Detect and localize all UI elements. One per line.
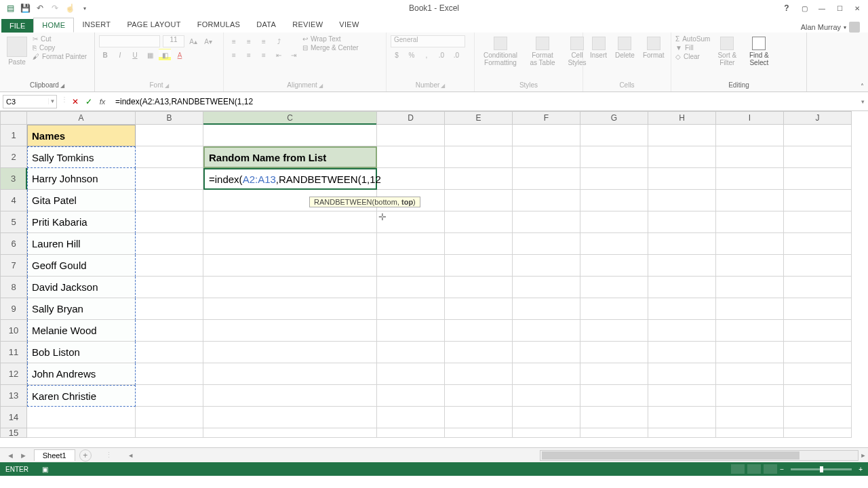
delete-cells-button[interactable]: Delete — [612, 35, 637, 60]
cell-G6[interactable] — [580, 233, 648, 255]
cell-H6[interactable] — [648, 233, 716, 255]
zoom-slider[interactable] — [791, 468, 852, 470]
column-header-H[interactable]: H — [648, 111, 716, 125]
cell-D10[interactable] — [377, 320, 445, 342]
tab-insert[interactable]: INSERT — [74, 18, 119, 33]
collapse-ribbon-icon[interactable]: ˄ — [861, 83, 864, 90]
cut-button[interactable]: ✂Cut — [33, 35, 87, 43]
cell-B5[interactable] — [136, 211, 203, 233]
cell-J14[interactable] — [784, 407, 852, 428]
row-header[interactable]: 4 — [0, 190, 27, 211]
cell-I9[interactable] — [716, 298, 784, 320]
bold-button[interactable]: B — [99, 49, 111, 61]
redo-icon[interactable]: ↷ — [50, 3, 60, 13]
cell-F9[interactable] — [513, 298, 580, 320]
user-account[interactable]: Alan Murray ▾ — [801, 22, 868, 33]
row-header[interactable]: 7 — [0, 255, 27, 277]
cell-C10[interactable] — [203, 320, 377, 342]
cell-G4[interactable] — [580, 190, 648, 211]
cell-C3[interactable]: =index(A2:A13,RANDBETWEEN(1,12 — [203, 168, 377, 190]
row-header[interactable]: 11 — [0, 342, 27, 363]
save-icon[interactable]: 💾 — [20, 3, 30, 13]
cell-G3[interactable] — [580, 168, 648, 190]
enter-formula-button[interactable]: ✓ — [83, 96, 95, 108]
zoom-in-button[interactable]: + — [859, 466, 863, 473]
align-right-icon[interactable]: ≡ — [258, 49, 270, 61]
name-box[interactable]: C3 ▼ — [3, 95, 57, 108]
conditional-formatting-button[interactable]: Conditional Formatting — [479, 35, 522, 68]
cell-H15[interactable] — [648, 428, 716, 438]
align-top-icon[interactable]: ≡ — [228, 35, 240, 47]
cell-H11[interactable] — [648, 342, 716, 363]
cell-E7[interactable] — [445, 255, 513, 277]
comma-icon[interactable]: , — [420, 49, 433, 61]
cell-J3[interactable] — [784, 168, 852, 190]
increase-indent-icon[interactable]: ⇥ — [288, 49, 300, 61]
cell-B14[interactable] — [136, 407, 203, 428]
find-select-button[interactable]: Find & Select — [744, 35, 774, 68]
tab-formulas[interactable]: FORMULAS — [189, 18, 249, 33]
cell-I7[interactable] — [716, 255, 784, 277]
cell-I3[interactable] — [716, 168, 784, 190]
cell-G10[interactable] — [580, 320, 648, 342]
macro-record-icon[interactable]: ▣ — [42, 466, 48, 473]
cell-D7[interactable] — [377, 255, 445, 277]
row-header[interactable]: 10 — [0, 320, 27, 342]
cell-B11[interactable] — [136, 342, 203, 363]
cell-F1[interactable] — [513, 125, 580, 146]
cell-C5[interactable] — [203, 211, 377, 233]
tab-review[interactable]: REVIEW — [284, 18, 331, 33]
tab-data[interactable]: DATA — [248, 18, 284, 33]
row-header[interactable]: 14 — [0, 407, 27, 428]
close-button[interactable]: ✕ — [849, 2, 865, 14]
cell-C12[interactable] — [203, 363, 377, 385]
cell-H9[interactable] — [648, 298, 716, 320]
select-all-corner[interactable] — [0, 111, 27, 125]
cell-E9[interactable] — [445, 298, 513, 320]
cell-D15[interactable] — [377, 428, 445, 438]
row-header[interactable]: 8 — [0, 277, 27, 298]
cell-A12[interactable]: John Andrews — [27, 363, 136, 385]
cell-C15[interactable] — [203, 428, 377, 438]
align-middle-icon[interactable]: ≡ — [243, 35, 255, 47]
cell-F14[interactable] — [513, 407, 580, 428]
cell-G7[interactable] — [580, 255, 648, 277]
cell-D12[interactable] — [377, 363, 445, 385]
underline-button[interactable]: U — [129, 49, 141, 61]
fill-button[interactable]: ▼Fill — [675, 44, 710, 52]
cell-G8[interactable] — [580, 277, 648, 298]
cell-J4[interactable] — [784, 190, 852, 211]
cell-B13[interactable] — [136, 385, 203, 407]
row-header[interactable]: 1 — [0, 125, 27, 146]
cell-A5[interactable]: Priti Kabaria — [27, 211, 136, 233]
row-header[interactable]: 2 — [0, 146, 27, 168]
column-header-G[interactable]: G — [580, 111, 648, 125]
cell-D14[interactable] — [377, 407, 445, 428]
increase-font-icon[interactable]: A▴ — [187, 35, 199, 47]
cell-B4[interactable] — [136, 190, 203, 211]
cell-E11[interactable] — [445, 342, 513, 363]
cell-G14[interactable] — [580, 407, 648, 428]
cell-E4[interactable] — [445, 190, 513, 211]
cell-C9[interactable] — [203, 298, 377, 320]
cell-H7[interactable] — [648, 255, 716, 277]
cell-B8[interactable] — [136, 277, 203, 298]
cell-A4[interactable]: Gita Patel — [27, 190, 136, 211]
hscroll-right-icon[interactable]: ► — [859, 452, 868, 459]
cell-A10[interactable]: Melanie Wood — [27, 320, 136, 342]
orientation-icon[interactable]: ⤴ — [273, 35, 285, 47]
cell-E6[interactable] — [445, 233, 513, 255]
cell-J1[interactable] — [784, 125, 852, 146]
ribbon-display-button[interactable]: ▢ — [796, 2, 812, 14]
cell-A8[interactable]: David Jackson — [27, 277, 136, 298]
cell-B2[interactable] — [136, 146, 203, 168]
cell-A13[interactable]: Karen Christie — [27, 385, 136, 407]
cell-I2[interactable] — [716, 146, 784, 168]
cell-E8[interactable] — [445, 277, 513, 298]
cell-G11[interactable] — [580, 342, 648, 363]
cell-J10[interactable] — [784, 320, 852, 342]
cell-F15[interactable] — [513, 428, 580, 438]
cell-E13[interactable] — [445, 385, 513, 407]
undo-icon[interactable]: ↶ — [35, 3, 45, 13]
cell-C13[interactable] — [203, 385, 377, 407]
